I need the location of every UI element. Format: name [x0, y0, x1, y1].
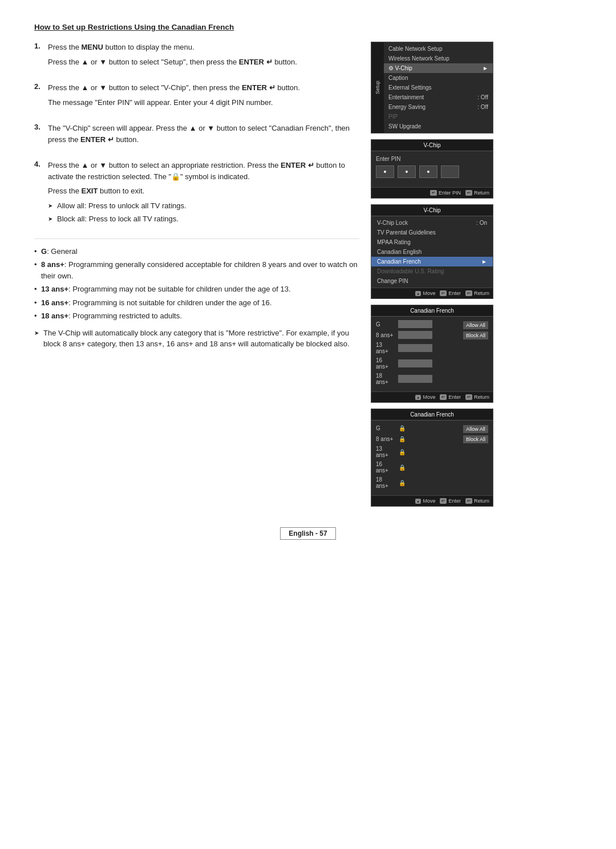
cf-bar-g — [398, 320, 432, 328]
bullet-list: G: General 8 ans+: Programming generally… — [34, 246, 359, 322]
vchip-pin-header: V-Chip — [371, 140, 493, 151]
cf-row-13: 13 ans+ — [376, 342, 460, 354]
step-1-line-1: Press the MENU button to display the men… — [48, 42, 359, 53]
vchip-menu-body: V-Chip Lock : On TV Parental Guidelines … — [371, 216, 493, 288]
cf-row-8: 8 ans+ — [376, 331, 460, 339]
step-4-content: Press the ▲ or ▼ button to select an app… — [48, 160, 359, 227]
pin-boxes: • • • — [376, 165, 488, 178]
page-number: English - 57 — [280, 527, 335, 540]
cf-bar-16 — [398, 359, 432, 367]
block-all-note: Block all: Press to lock all TV ratings. — [48, 213, 359, 225]
enter-icon-3: ↵ — [440, 394, 447, 400]
footer-enter-4: ↵ Enter — [440, 498, 461, 504]
vchip-menu-panel: V-Chip V-Chip Lock : On TV Parental Guid… — [371, 204, 493, 299]
downloadable-us-item: Downloadable U.S. Rating — [371, 266, 493, 276]
vchip-pin-panel: V-Chip Enter PIN • • • ↵ Enter PIN — [371, 139, 493, 199]
page-wrapper: How to Set up Restrictions Using the Can… — [34, 23, 582, 537]
enter-icon: ↵ — [430, 190, 437, 196]
bullet-16: 16 ans+: Programming is not suitable for… — [34, 297, 359, 309]
step-4-number: 4. — [34, 160, 42, 227]
step-2-line-2: The message "Enter PIN" will appear. Ent… — [48, 97, 359, 108]
footer-return-label-2: Return — [474, 290, 489, 296]
left-column: 1. Press the MENU button to display the … — [34, 42, 359, 507]
return-icon-3: ↩ — [465, 394, 472, 400]
menu-energy: Energy Saving : Off — [384, 102, 493, 112]
step-2: 2. Press the ▲ or ▼ button to select "V-… — [34, 82, 359, 111]
bullet-8: 8 ans+: Programming generally considered… — [34, 259, 359, 281]
step-2-content: Press the ▲ or ▼ button to select "V-Chi… — [48, 82, 359, 111]
cf-empty-footer: ⬧ Move ↵ Enter ↩ Return — [371, 391, 493, 402]
cf-locked-footer: ⬧ Move ↵ Enter ↩ Return — [371, 495, 493, 506]
menu-wireless: Wireless Network Setup — [384, 54, 493, 63]
change-pin-item: Change PIN — [371, 276, 493, 286]
step-1-line-2: Press the ▲ or ▼ button to select "Setup… — [48, 56, 359, 68]
vchip-pin-footer: ↵ Enter PIN ↩ Return — [371, 187, 493, 198]
divider — [34, 238, 359, 239]
move-icon-3: ⬧ — [415, 395, 421, 400]
footer-return: ↩ Return — [465, 190, 489, 196]
cf-bar-18 — [398, 375, 432, 383]
allow-all-button[interactable]: Allow All — [463, 321, 488, 329]
step-1: 1. Press the MENU button to display the … — [34, 42, 359, 71]
allow-all-button-2[interactable]: Allow All — [463, 425, 488, 433]
move-icon: ⬧ — [415, 291, 421, 296]
footer-move-label: Move — [423, 290, 435, 296]
pin-box-4[interactable] — [441, 165, 459, 178]
menu-caption: Caption — [384, 73, 493, 83]
block-all-button[interactable]: Block All — [463, 331, 488, 339]
cf-locked-row-8: 8 ans+ 🔒 — [376, 435, 460, 443]
footer-enter-label: Enter PIN — [439, 190, 461, 196]
vchip-menu-header: V-Chip — [371, 205, 493, 216]
return-icon: ↩ — [465, 190, 472, 196]
cf-lock-g: 🔒 — [398, 424, 406, 432]
tv-parental-item: TV Parental Guidelines — [371, 228, 493, 237]
return-icon-4: ↩ — [465, 498, 472, 504]
menu-vchip[interactable]: ⚙ V-Chip ► — [384, 63, 493, 73]
enter-icon-4: ↵ — [440, 498, 447, 504]
footer-move-label-4: Move — [423, 498, 435, 504]
step-1-number: 1. — [34, 42, 42, 71]
canadian-french-item[interactable]: Canadian French ► — [371, 257, 493, 266]
pin-box-1[interactable]: • — [376, 165, 394, 178]
page-title: How to Set up Restrictions Using the Can… — [34, 23, 582, 31]
footer-return-label: Return — [474, 190, 489, 196]
allow-all-note: Allow all: Press to unlock all TV rating… — [48, 200, 359, 212]
pin-label: Enter PIN — [376, 156, 488, 162]
cf-buttons-locked: Allow All Block All — [463, 424, 488, 492]
mpaa-item: MPAA Rating — [371, 237, 493, 247]
footer-return-4: ↩ Return — [465, 498, 489, 504]
step-4-line-2: Press the EXIT button to exit. — [48, 185, 359, 197]
cf-empty-body: G 8 ans+ 13 ans+ 16 ans+ — [371, 317, 493, 391]
setup-panel-body: Setup Cable Network Setup Wireless Netwo… — [371, 42, 493, 133]
content-area: 1. Press the MENU button to display the … — [34, 42, 582, 507]
pin-box-3[interactable]: • — [419, 165, 437, 178]
footer-return-2: ↩ Return — [465, 290, 489, 296]
return-icon-2: ↩ — [465, 290, 472, 296]
step-1-content: Press the MENU button to display the men… — [48, 42, 359, 71]
cf-bar-13 — [398, 344, 432, 352]
cf-lock-13: 🔒 — [398, 448, 406, 456]
cf-locked-row-13: 13 ans+ 🔒 — [376, 446, 460, 458]
cf-panel-locked: Canadian French G 🔒 8 ans+ 🔒 13 ans+ — [371, 409, 493, 507]
footer-enter-2: ↵ Enter — [440, 290, 461, 296]
vchip-note: The V-Chip will automatically block any … — [34, 328, 359, 350]
footer-move-3: ⬧ Move — [415, 394, 435, 400]
setup-sidebar-label: Setup — [373, 76, 382, 99]
bullet-18: 18 ans+: Programming restricted to adult… — [34, 310, 359, 322]
cf-locked-row-g: G 🔒 — [376, 424, 460, 432]
step-2-line-1: Press the ▲ or ▼ button to select "V-Chi… — [48, 82, 359, 94]
footer-enter-label-4: Enter — [448, 498, 461, 504]
cf-lock-16: 🔒 — [398, 463, 406, 471]
page-footer: English - 57 — [34, 529, 582, 537]
cf-locked-row-16: 16 ans+ 🔒 — [376, 461, 460, 474]
block-all-button-2[interactable]: Block All — [463, 435, 488, 443]
move-icon-4: ⬧ — [415, 499, 421, 504]
pin-box-2[interactable]: • — [398, 165, 416, 178]
cf-locked-header: Canadian French — [371, 409, 493, 421]
menu-pip: PIP — [384, 112, 493, 122]
step-3: 3. The "V-Chip" screen will appear. Pres… — [34, 123, 359, 148]
footer-return-3: ↩ Return — [465, 394, 489, 400]
setup-menu-items: Cable Network Setup Wireless Network Set… — [384, 42, 493, 133]
footer-enter-label-2: Enter — [448, 290, 461, 296]
footer-move: ⬧ Move — [415, 290, 435, 296]
